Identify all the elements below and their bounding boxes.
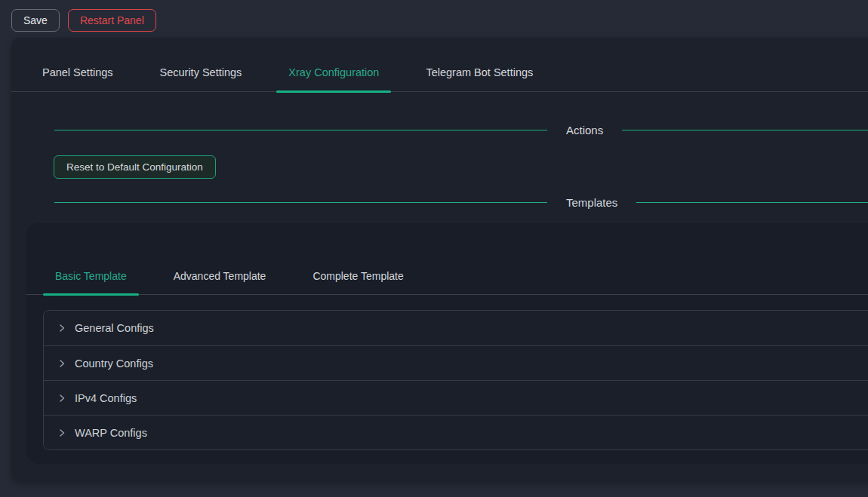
save-button[interactable]: Save	[11, 9, 60, 32]
template-tab-bar: Basic Template Advanced Template Complet…	[26, 223, 868, 295]
divider-line	[54, 202, 547, 203]
templates-card: Basic Template Advanced Template Complet…	[26, 223, 868, 464]
collapse-item-general-configs[interactable]: General Configs	[44, 311, 868, 345]
actions-section-title: Actions	[547, 122, 622, 138]
chevron-right-icon	[57, 359, 66, 368]
tab-advanced-template[interactable]: Advanced Template	[162, 262, 279, 294]
templates-section-divider: Templates	[54, 195, 868, 210]
chevron-right-icon	[57, 428, 66, 437]
actions-section-divider: Actions	[54, 122, 868, 138]
reset-default-configuration-button[interactable]: Reset to Default Configuration	[54, 155, 216, 179]
tab-xray-configuration[interactable]: Xray Configuration	[276, 57, 391, 91]
settings-card: Panel Settings Security Settings Xray Co…	[11, 38, 868, 483]
top-action-bar: Save Restart Panel	[0, 0, 868, 38]
tab-basic-template-label: Basic Template	[55, 270, 127, 282]
active-tab-indicator	[276, 91, 391, 93]
active-tab-indicator	[43, 293, 139, 296]
templates-section-title: Templates	[547, 195, 636, 210]
divider-line	[622, 130, 868, 130]
config-collapse-list: General Configs Country Configs IPv4 Con…	[43, 310, 868, 450]
tab-complete-template[interactable]: Complete Template	[300, 262, 415, 294]
divider-line	[54, 130, 547, 130]
tab-telegram-bot-settings[interactable]: Telegram Bot Settings	[414, 57, 545, 91]
collapse-item-warp-configs[interactable]: WARP Configs	[44, 415, 868, 449]
collapse-item-label: Country Configs	[75, 357, 153, 370]
collapse-item-label: General Configs	[75, 322, 154, 334]
collapse-item-ipv4-configs[interactable]: IPv4 Configs	[44, 380, 868, 415]
settings-tab-bar: Panel Settings Security Settings Xray Co…	[11, 38, 868, 92]
collapse-item-country-configs[interactable]: Country Configs	[44, 345, 868, 380]
tab-security-settings[interactable]: Security Settings	[148, 57, 254, 91]
tab-xray-configuration-label: Xray Configuration	[288, 66, 379, 78]
divider-line	[636, 202, 868, 203]
chevron-right-icon	[57, 324, 66, 333]
tab-panel-settings[interactable]: Panel Settings	[30, 57, 125, 91]
collapse-item-label: WARP Configs	[75, 427, 147, 439]
tab-basic-template[interactable]: Basic Template	[43, 262, 139, 294]
chevron-right-icon	[57, 394, 66, 403]
restart-panel-button[interactable]: Restart Panel	[68, 9, 156, 32]
collapse-item-label: IPv4 Configs	[75, 392, 137, 404]
